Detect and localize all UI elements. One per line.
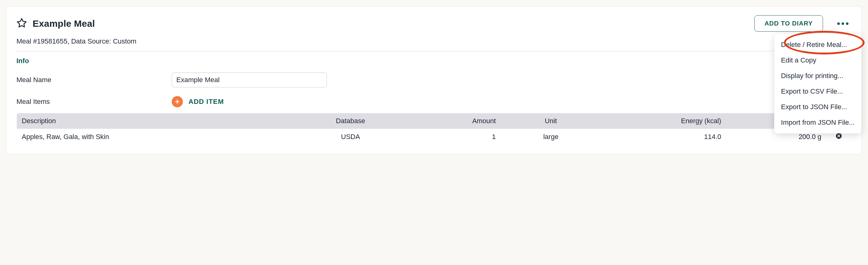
- meal-items-label: Meal Items: [17, 98, 172, 106]
- col-description: Description: [17, 113, 301, 129]
- remove-row-icon[interactable]: [835, 132, 842, 139]
- menu-delete-retire[interactable]: Delete / Retire Meal...: [774, 37, 862, 53]
- cell-description: Apples, Raw, Gala, with Skin: [17, 129, 301, 145]
- cell-unit: large: [501, 129, 601, 145]
- add-item-label: ADD ITEM: [188, 98, 224, 106]
- meal-header: Example Meal ADD TO DIARY: [17, 15, 851, 32]
- meal-items-row: Meal Items ADD ITEM: [17, 96, 851, 107]
- cell-database: USDA: [301, 129, 401, 145]
- meal-card: Example Meal ADD TO DIARY Meal #19581655…: [6, 6, 862, 154]
- cell-amount: 1: [400, 129, 501, 145]
- col-amount: Amount: [400, 113, 501, 129]
- meal-subtitle: Meal #19581655, Data Source: Custom: [17, 37, 851, 46]
- menu-import-json[interactable]: Import from JSON File...: [774, 115, 862, 130]
- menu-export-csv[interactable]: Export to CSV File...: [774, 84, 862, 99]
- menu-display-print[interactable]: Display for printing...: [774, 68, 862, 84]
- table-header-row: Description Database Amount Unit Energy …: [17, 113, 851, 129]
- star-icon[interactable]: [17, 18, 27, 30]
- col-database: Database: [301, 113, 401, 129]
- meal-name-input[interactable]: [172, 73, 327, 87]
- divider: [17, 51, 851, 51]
- more-menu-button[interactable]: [834, 20, 851, 27]
- meal-name-label: Meal Name: [17, 76, 172, 84]
- menu-export-json[interactable]: Export to JSON File...: [774, 99, 862, 115]
- add-item-button[interactable]: ADD ITEM: [172, 96, 224, 107]
- col-unit: Unit: [501, 113, 601, 129]
- meal-items-table: Description Database Amount Unit Energy …: [17, 113, 851, 145]
- cell-energy: 114.0: [601, 129, 726, 145]
- col-energy: Energy (kcal): [601, 113, 726, 129]
- meal-name-row: Meal Name: [17, 73, 851, 87]
- svg-marker-0: [18, 18, 26, 27]
- meal-title: Example Meal: [33, 18, 749, 29]
- menu-edit-copy[interactable]: Edit a Copy: [774, 53, 862, 68]
- info-section-label: Info: [17, 57, 851, 65]
- more-menu-dropdown: Delete / Retire Meal... Edit a Copy Disp…: [774, 34, 862, 133]
- plus-icon: [172, 96, 183, 107]
- add-to-diary-button[interactable]: ADD TO DIARY: [754, 15, 823, 32]
- table-row[interactable]: Apples, Raw, Gala, with Skin USDA 1 larg…: [17, 129, 851, 145]
